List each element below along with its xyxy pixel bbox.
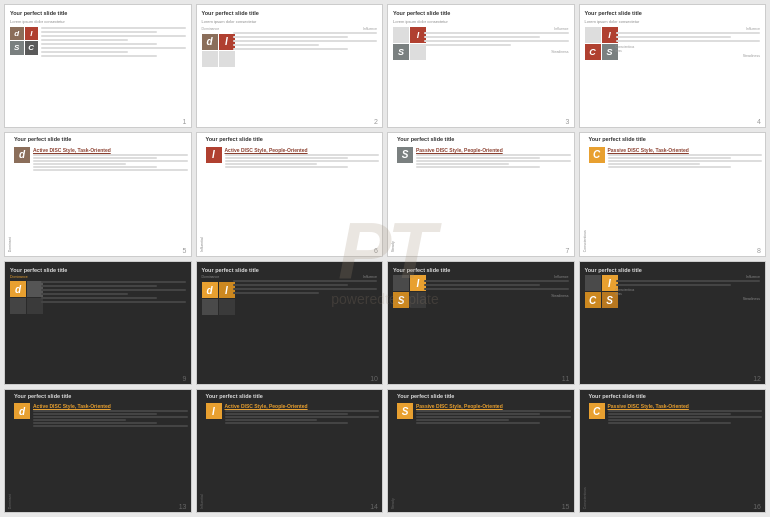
slide-2-number: 2 [374,118,378,125]
slide-1-title: Your perfect slide title [10,10,186,17]
slide-2-label-dominance: Dominance [202,27,230,31]
slide-6-link-title: Active DISC Style, People-Oriented [225,147,380,153]
slide-8-link-title: Passive DISC Style, Task-Oriented [608,147,763,153]
slide-8-side-label: Conscientious [583,136,587,252]
slide-7-disc-s: S [397,147,413,163]
slide-11-steadiness: Steadiness [424,294,569,298]
slide-12-influence: Influence [616,275,761,279]
slide-14-disc-i: I [206,403,222,419]
slide-15-link-title: Passive DISC Style, People-Oriented [416,403,571,409]
disc-d-12-empty [585,275,601,291]
disc-i: I [25,27,39,41]
slide-14-side-label: Influential [200,393,204,509]
slide-16-disc-c: C [589,403,605,419]
slide-4-subtitle: Lorem ipsum dolor consectetur [585,19,761,24]
slide-8[interactable]: Conscientious Your perfect slide title C… [579,132,767,256]
slide-12[interactable]: Your perfect slide title I C S Influence… [579,261,767,385]
slide-16-number: 16 [753,503,761,510]
slide-13-link-title: Active DISC Style, Task-Oriented [33,403,188,409]
slide-12-title: Your perfect slide title [585,267,761,274]
slide-3-subtitle: Lorem ipsum dolor consectetur [393,19,569,24]
slide-2-subtitle: Lorem ipsum dolor consectetur [202,19,378,24]
slide-3-steadiness: Steadiness [424,50,569,54]
slide-15-side-label: Steady [391,393,395,509]
slide-3-title: Your perfect slide title [393,10,569,17]
slide-5-side-label: Dominant [8,136,12,252]
slide-11-title: Your perfect slide title [393,267,569,274]
slide-11[interactable]: Your perfect slide title I S Influence S… [387,261,575,385]
slide-14-number: 14 [370,503,378,510]
slide-14-title: Your perfect slide title [206,393,380,400]
disc-c: C [25,41,39,55]
slide-4-conscientiousness: Conscientiousness [616,45,761,53]
slide-6-disc-i: I [206,147,222,163]
slide-5-link-title: Active DISC Style, Task-Oriented [33,147,188,153]
slide-15-title: Your perfect slide title [397,393,571,400]
slide-16-link-title: Passive DISC Style, Task-Oriented [608,403,763,409]
disc-c-12: C [585,292,601,308]
slide-5[interactable]: Dominant Your perfect slide title d Acti… [4,132,192,256]
slide-13-number: 13 [179,503,187,510]
slide-9-number: 9 [183,375,187,382]
slide-16[interactable]: Conscientious Your perfect slide title C… [579,389,767,513]
slide-6-number: 6 [374,247,378,254]
slide-9[interactable]: Your perfect slide title Dominance d [4,261,192,385]
disc-s: S [10,41,24,55]
slide-4-title: Your perfect slide title [585,10,761,17]
slide-1[interactable]: Your perfect slide title Lorem ipsum dol… [4,4,192,128]
slide-1-disc-grid: d I S C [10,27,38,55]
slide-14[interactable]: Influential Your perfect slide title I A… [196,389,384,513]
slide-3[interactable]: Your perfect slide title Lorem ipsum dol… [387,4,575,128]
slide-5-number: 5 [183,247,187,254]
disc-d: d [10,27,24,41]
slide-7-title: Your perfect slide title [397,136,571,143]
slide-13[interactable]: Dominant Your perfect slide title d Acti… [4,389,192,513]
disc-d-10: d [202,282,218,298]
slide-14-link-title: Active DISC Style, People-Oriented [225,403,380,409]
slide-6-side-label: Influential [200,136,204,252]
slide-13-disc-d: d [14,403,30,419]
slide-6[interactable]: Influential Your perfect slide title I A… [196,132,384,256]
disc-s-10-empty [202,299,218,315]
slide-16-side-label: Conscientious [583,393,587,509]
disc-s-11: S [393,292,409,308]
slide-15[interactable]: Steady Your perfect slide title S Passiv… [387,389,575,513]
slide-11-number: 11 [562,375,570,382]
slide-2[interactable]: Your perfect slide title Lorem ipsum dol… [196,4,384,128]
slide-8-title: Your perfect slide title [589,136,763,143]
slide-2-influence-label: Influence [233,27,378,31]
slide-7-number: 7 [566,247,570,254]
slide-12-number: 12 [753,375,761,382]
slide-6-title: Your perfect slide title [206,136,380,143]
slide-5-title: Your perfect slide title [14,136,188,143]
slide-10-title: Your perfect slide title [202,267,378,274]
slide-4-number: 4 [757,118,761,125]
disc-s-9-empty [10,298,26,314]
slide-8-disc-c: C [589,147,605,163]
slide-9-title: Your perfect slide title [10,267,186,274]
disc-c-4: C [585,44,601,60]
disc-s-3: S [393,44,409,60]
slide-9-dominance: Dominance [10,275,186,279]
slides-grid: Your perfect slide title Lorem ipsum dol… [0,0,770,517]
slide-10[interactable]: Your perfect slide title Dominance d I I… [196,261,384,385]
slide-10-dominance: Dominance [202,275,230,279]
disc-d-11-empty [393,275,409,291]
slide-4-influence: Influence [616,27,761,31]
slide-1-subtitle: Lorem ipsum dolor consectetur [10,19,186,24]
slide-10-number: 10 [370,375,378,382]
disc-s-empty [202,51,218,67]
slide-4[interactable]: Your perfect slide title Lorem ipsum dol… [579,4,767,128]
disc-d-empty-4 [585,27,601,43]
slide-5-disc-d: d [14,147,30,163]
slide-11-influence: Influence [424,275,569,279]
slide-3-influence: Influence [424,27,569,31]
disc-d-large: d [202,34,218,50]
slide-7[interactable]: Steady Your perfect slide title S Passiv… [387,132,575,256]
slide-3-disc-grid: I S [393,27,421,55]
slide-9-disc-grid: d [10,281,38,309]
slide-2-title: Your perfect slide title [202,10,378,17]
slide-3-number: 3 [566,118,570,125]
slide-7-link-title: Passive DISC Style, People-Oriented [416,147,571,153]
slide-2-disc-grid: d I [202,34,230,62]
